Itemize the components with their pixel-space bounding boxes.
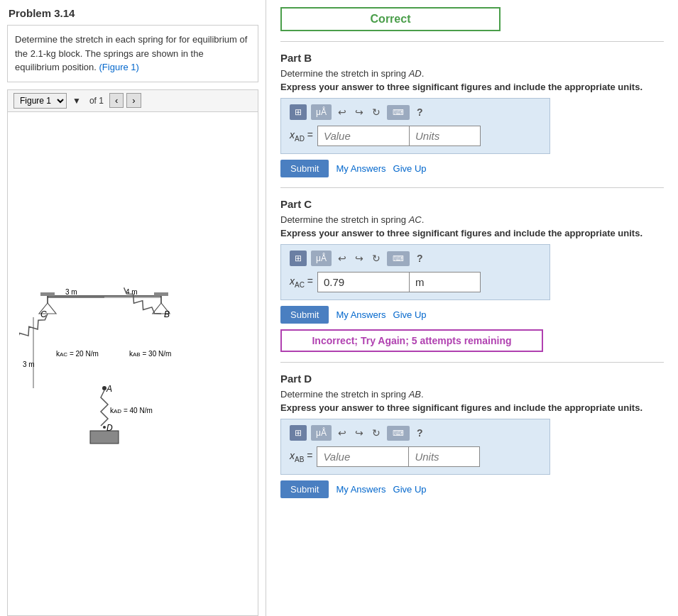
refresh-btn-d[interactable]: ↻ (370, 426, 383, 440)
part-d-units-input[interactable] (409, 446, 480, 467)
figure-diagram: C B 3 m 4 m 3 m kAC = 20 N/m (19, 282, 246, 445)
right-panel: Correct Part B Determine the stretch in … (266, 0, 678, 616)
part-d-label: Part D (280, 373, 664, 385)
matrix-btn-d[interactable]: ⊞ (290, 425, 307, 441)
part-b-units-input[interactable] (410, 126, 481, 146)
figure-of-label: ▼ (72, 96, 81, 106)
redo-btn-d[interactable]: ↪ (353, 426, 366, 440)
part-c-instruction: Express your answer to three significant… (280, 228, 664, 238)
figure-area: Figure 1 ▼ of 1 ‹ › (7, 89, 258, 617)
divider-bc (280, 187, 664, 188)
mu-btn-d[interactable]: μÅ (311, 425, 332, 441)
divider-top (280, 41, 664, 42)
part-d-section: Part D Determine the stretch in spring A… (280, 373, 664, 498)
part-c-give-up-btn[interactable]: Give Up (393, 309, 427, 320)
refresh-btn-c[interactable]: ↻ (370, 251, 383, 265)
part-d-submit-btn[interactable]: Submit (280, 480, 329, 498)
part-c-desc-prefix: Determine the stretch in spring (280, 214, 409, 225)
keyboard-btn-c[interactable]: ⌨ (387, 251, 410, 266)
svg-text:4 m: 4 m (126, 288, 138, 296)
part-d-input-area: ⊞ μÅ ↩ ↪ ↻ ⌨ ? xAB = (280, 419, 550, 475)
help-btn-b[interactable]: ? (414, 105, 426, 119)
svg-rect-4 (154, 292, 168, 296)
part-b-input-area: ⊞ μÅ ↩ ↪ ↻ ⌨ ? xAD = (280, 98, 550, 154)
figure-select[interactable]: Figure 1 (13, 93, 67, 109)
part-d-my-answers-btn[interactable]: My Answers (336, 484, 386, 495)
part-d-give-up-btn[interactable]: Give Up (393, 484, 427, 495)
matrix-btn-c[interactable]: ⊞ (290, 251, 307, 266)
svg-rect-3 (40, 292, 55, 296)
part-d-var: AB (409, 389, 421, 400)
part-c-var: AC (409, 214, 422, 225)
part-c-submit-btn[interactable]: Submit (280, 306, 329, 324)
figure-content: C B 3 m 4 m 3 m kAC = 20 N/m (8, 112, 258, 616)
undo-btn-c[interactable]: ↩ (336, 251, 349, 265)
part-b-label: Part B (280, 52, 664, 64)
svg-point-21 (103, 426, 106, 429)
svg-text:kAC = 20 N/m: kAC = 20 N/m (56, 350, 99, 358)
undo-btn-b[interactable]: ↩ (336, 105, 349, 119)
part-d-description: Determine the stretch in spring AB. (280, 389, 664, 400)
divider-cd (280, 362, 664, 363)
redo-btn-b[interactable]: ↪ (353, 105, 366, 119)
svg-text:kAD = 40 N/m: kAD = 40 N/m (110, 407, 153, 414)
part-c-eq-label: xAC = (290, 275, 313, 289)
mu-btn-b[interactable]: μÅ (311, 104, 332, 120)
keyboard-btn-d[interactable]: ⌨ (387, 426, 410, 441)
part-d-value-input[interactable] (317, 446, 409, 467)
part-c-my-answers-btn[interactable]: My Answers (336, 309, 386, 320)
figure-prev-btn[interactable]: ‹ (109, 93, 124, 108)
part-d-eq-label: xAB = (290, 450, 312, 463)
part-c-units-input[interactable] (410, 272, 481, 292)
help-btn-c[interactable]: ? (414, 251, 426, 265)
redo-btn-c[interactable]: ↪ (353, 251, 366, 265)
part-b-give-up-btn[interactable]: Give Up (393, 163, 427, 174)
svg-text:B: B (164, 309, 170, 319)
matrix-btn-b[interactable]: ⊞ (290, 104, 307, 120)
left-panel: Problem 3.14 Determine the stretch in ea… (0, 0, 266, 616)
undo-btn-d[interactable]: ↩ (336, 426, 349, 440)
part-b-desc-prefix: Determine the stretch in spring (280, 68, 409, 79)
figure-link[interactable]: (Figure 1) (99, 62, 139, 72)
keyboard-btn-b[interactable]: ⌨ (387, 105, 410, 120)
part-b-instruction: Express your answer to three significant… (280, 82, 664, 92)
part-c-description: Determine the stretch in spring AC. (280, 214, 664, 225)
figure-next-btn[interactable]: › (126, 93, 141, 108)
correct-banner: Correct (280, 7, 501, 31)
part-d-instruction: Express your answer to three significant… (280, 402, 664, 413)
problem-title: Problem 3.14 (0, 0, 266, 25)
part-b-var: AD (409, 68, 422, 79)
svg-text:3 m: 3 m (23, 361, 35, 368)
refresh-btn-b[interactable]: ↻ (370, 105, 383, 119)
part-c-label: Part C (280, 198, 664, 210)
figure-toolbar: Figure 1 ▼ of 1 ‹ › (8, 90, 258, 112)
part-b-toolbar: ⊞ μÅ ↩ ↪ ↻ ⌨ ? (290, 104, 541, 120)
part-d-answer-row: xAB = (290, 446, 541, 467)
part-b-section: Part B Determine the stretch in spring A… (280, 52, 664, 177)
part-b-value-input[interactable] (317, 126, 410, 146)
part-b-description: Determine the stretch in spring AD. (280, 68, 664, 79)
part-d-submit-row: Submit My Answers Give Up (280, 480, 664, 498)
part-c-section: Part C Determine the stretch in spring A… (280, 198, 664, 352)
part-c-input-area: ⊞ μÅ ↩ ↪ ↻ ⌨ ? xAC = (280, 244, 550, 300)
part-c-answer-row: xAC = (290, 272, 541, 292)
part-d-toolbar: ⊞ μÅ ↩ ↪ ↻ ⌨ ? (290, 425, 541, 441)
part-c-incorrect-banner: Incorrect; Try Again; 5 attempts remaini… (280, 329, 543, 352)
part-b-submit-row: Submit My Answers Give Up (280, 160, 664, 177)
svg-text:kAB = 30 N/m: kAB = 30 N/m (129, 350, 171, 358)
problem-description: Determine the stretch in each spring for… (7, 25, 258, 82)
part-b-my-answers-btn[interactable]: My Answers (336, 163, 386, 174)
part-b-submit-btn[interactable]: Submit (280, 160, 329, 177)
help-btn-d[interactable]: ? (414, 426, 426, 440)
part-c-toolbar: ⊞ μÅ ↩ ↪ ↻ ⌨ ? (290, 251, 541, 266)
mu-btn-c[interactable]: μÅ (311, 251, 332, 266)
svg-text:3 m: 3 m (65, 288, 77, 296)
part-c-submit-row: Submit My Answers Give Up (280, 306, 664, 324)
part-b-answer-row: xAD = (290, 126, 541, 146)
svg-rect-23 (90, 431, 119, 444)
part-b-eq-label: xAD = (290, 129, 313, 143)
figure-of-text: of 1 (89, 96, 104, 106)
part-d-desc-prefix: Determine the stretch in spring (280, 389, 409, 400)
svg-text:A: A (106, 384, 112, 394)
part-c-value-input[interactable] (317, 272, 410, 292)
